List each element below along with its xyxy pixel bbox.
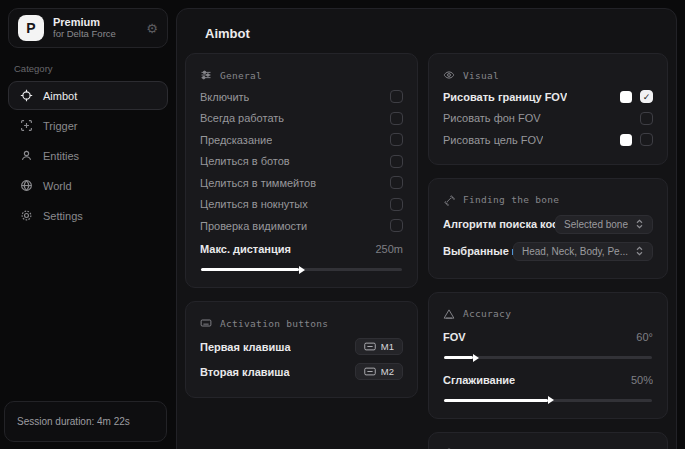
smoothing-slider[interactable]: [444, 399, 652, 402]
session-card: Session duration: 4m 22s: [4, 401, 167, 442]
sidebar: P Premium for Delta Force ⚙ Category Aim…: [0, 0, 176, 449]
main-panel: Aimbot General Включить Всегда работать: [176, 8, 677, 449]
fov-slider-block: FOV 60°: [443, 327, 653, 360]
selected-bones-select[interactable]: Head, Neck, Body, Pe...: [513, 242, 653, 261]
sidebar-item-label: Entities: [43, 150, 79, 162]
sidebar-item-label: Aimbot: [43, 90, 77, 102]
checkbox[interactable]: [390, 219, 403, 232]
panel-title: Accuracy: [463, 308, 511, 319]
max-distance-slider[interactable]: [201, 268, 402, 271]
entities-icon: [19, 149, 33, 163]
sidebar-item-trigger[interactable]: Trigger: [8, 111, 168, 140]
panel-accuracy-header: Accuracy: [443, 302, 653, 325]
bone-icon: [443, 194, 455, 206]
first-key-row: Первая клавиша M1: [200, 334, 403, 359]
setting-row-enable: Включить: [200, 86, 403, 108]
panel-finding-bone: Finding the bone Алгоритм поиска кост Se…: [428, 178, 668, 279]
panel-switch-delay-header: Switch Delay: [443, 442, 653, 449]
slider-fill[interactable]: [201, 268, 299, 271]
setting-row-target-teammates: Целиться в тиммейтов: [200, 172, 403, 194]
panel-activation-header: Activation buttons: [200, 311, 403, 334]
checkbox[interactable]: [390, 133, 403, 146]
up-down-arrows-icon: [635, 246, 644, 256]
content-columns: General Включить Всегда работать Предска…: [177, 50, 676, 449]
setting-row-always-work: Всегда работать: [200, 108, 403, 130]
checkbox[interactable]: [390, 155, 403, 168]
slider-label-row: Сглаживание 50%: [443, 369, 653, 391]
sidebar-item-label: Trigger: [43, 120, 77, 132]
fov-slider[interactable]: [444, 356, 652, 359]
panel-general-header: General: [200, 63, 403, 86]
up-down-arrows-icon: [635, 219, 644, 229]
setting-row-visibility-check: Проверка видимости: [200, 215, 403, 237]
checkbox[interactable]: [640, 90, 653, 103]
keyboard-icon: [364, 367, 376, 376]
brand-text: Premium for Delta Force: [53, 16, 116, 40]
brand-card: P Premium for Delta Force ⚙: [8, 8, 168, 48]
setting-row-target-knocked: Целиться в нокнутых: [200, 194, 403, 216]
setting-row-target-bots: Целиться в ботов: [200, 151, 403, 173]
panel-title: Finding the bone: [463, 194, 559, 205]
bone-algorithm-row: Алгоритм поиска кост Selected bone: [443, 211, 653, 238]
checkbox[interactable]: [390, 176, 403, 189]
slider-fill[interactable]: [444, 356, 473, 359]
gear-icon[interactable]: ⚙: [146, 21, 158, 36]
brand-logo: P: [18, 15, 44, 41]
draw-fov-target-row: Рисовать цель FOV: [443, 129, 653, 151]
right-column: Visual Рисовать границу FOV Рисовать фон…: [428, 53, 668, 449]
panel-bone-header: Finding the bone: [443, 188, 653, 211]
left-column: General Включить Всегда работать Предска…: [185, 53, 418, 398]
slider-label-row: FOV 60°: [443, 327, 653, 349]
sidebar-nav: Aimbot Trigger Entities World Settings: [8, 81, 168, 230]
draw-fov-border-row: Рисовать границу FOV: [443, 86, 653, 108]
panel-general: General Включить Всегда работать Предска…: [185, 53, 418, 288]
panel-visual-header: Visual: [443, 63, 653, 86]
panel-switch-delay: Switch Delay Задержка переключения Задер…: [428, 432, 668, 449]
setting-row-prediction: Предсказание: [200, 129, 403, 151]
triangle-icon: [443, 308, 455, 320]
brand-subtitle: for Delta Force: [53, 29, 116, 40]
session-duration: Session duration: 4m 22s: [17, 416, 130, 427]
smoothing-slider-block: Сглаживание 50%: [443, 369, 653, 402]
first-key-button[interactable]: M1: [355, 338, 403, 355]
category-label: Category: [14, 63, 162, 74]
color-swatch[interactable]: [620, 91, 632, 103]
slider-value: 60°: [636, 331, 653, 343]
slider-value: 250m: [375, 243, 403, 255]
brand-title: Premium: [53, 16, 116, 29]
eye-icon: [443, 69, 455, 81]
sidebar-item-aimbot[interactable]: Aimbot: [8, 81, 168, 110]
panel-accuracy: Accuracy FOV 60° Сглаживание 50%: [428, 292, 668, 419]
slider-value: 50%: [631, 374, 653, 386]
sidebar-item-entities[interactable]: Entities: [8, 141, 168, 170]
panel-title: Visual: [463, 70, 499, 81]
checkbox[interactable]: [390, 198, 403, 211]
panel-title: General: [220, 70, 262, 81]
slider-label-row: Макс. дистанция 250m: [200, 239, 403, 261]
second-key-button[interactable]: M2: [355, 363, 403, 380]
sliders-icon: [200, 69, 212, 81]
checkbox[interactable]: [390, 112, 403, 125]
sidebar-item-label: Settings: [43, 210, 83, 222]
sidebar-item-settings[interactable]: Settings: [8, 201, 168, 230]
checkbox[interactable]: [640, 133, 653, 146]
keyboard-icon: [200, 317, 212, 329]
checkbox[interactable]: [390, 90, 403, 103]
color-swatch[interactable]: [620, 134, 632, 146]
selected-bones-row: Выбранные кос Head, Neck, Body, Pe...: [443, 238, 653, 265]
trigger-icon: [19, 119, 33, 133]
second-key-row: Вторая клавиша M2: [200, 359, 403, 384]
page-header: Aimbot: [177, 9, 676, 50]
sidebar-item-label: World: [43, 180, 72, 192]
draw-fov-fill-row: Рисовать фон FOV: [443, 108, 653, 130]
checkbox[interactable]: [640, 112, 653, 125]
panel-visual: Visual Рисовать границу FOV Рисовать фон…: [428, 53, 668, 165]
slider-fill[interactable]: [444, 399, 548, 402]
panel-activation-buttons: Activation buttons Первая клавиша M1 Вто…: [185, 301, 418, 398]
crosshair-icon: [19, 89, 33, 103]
globe-icon: [19, 179, 33, 193]
max-distance-slider-block: Макс. дистанция 250m: [200, 239, 403, 272]
page-title: Aimbot: [205, 26, 648, 41]
bone-algorithm-select[interactable]: Selected bone: [555, 215, 653, 234]
sidebar-item-world[interactable]: World: [8, 171, 168, 200]
